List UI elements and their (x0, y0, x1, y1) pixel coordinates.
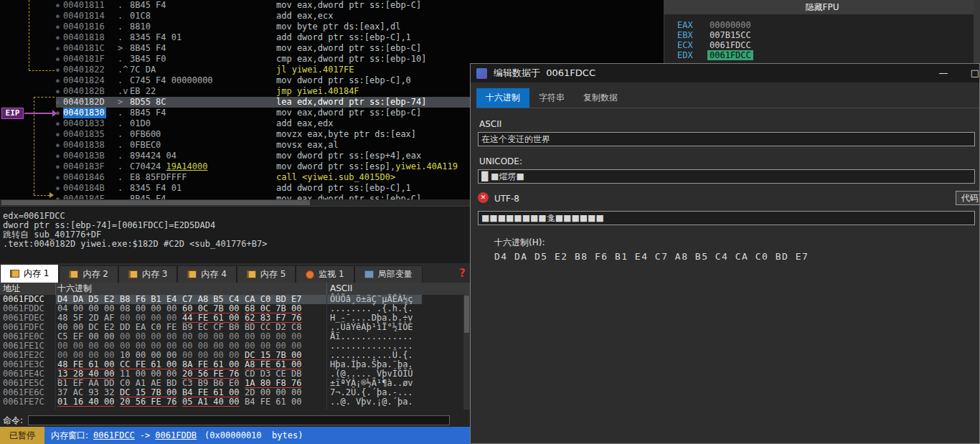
memory-icon (10, 270, 19, 278)
disasm-address: 0040184B (63, 183, 106, 194)
disasm-instruction: jmp yiwei.40184F (276, 86, 359, 97)
tab-内存-5[interactable]: 内存 5 (237, 265, 296, 283)
register-value[interactable]: 0061FDCC (707, 50, 753, 60)
scrollbar-thumb[interactable] (1, 200, 310, 205)
breakpoint-dot-icon[interactable]: ● (56, 22, 63, 32)
maximize-button[interactable]: □ (963, 64, 980, 82)
disasm-row[interactable]: ●00401818.8345 F4 01add dword ptr ss:[eb… (0, 32, 664, 43)
dump-header-hex: 十六进制 (56, 283, 327, 295)
tab-hex[interactable]: 十六进制 (476, 88, 529, 108)
disasm-bytes: 8B45 F4 (130, 108, 276, 118)
codepage-button[interactable]: 代码页 (956, 191, 980, 205)
disasm-address: 00401824 (63, 75, 106, 86)
breakpoint-dot-icon[interactable]: ● (56, 194, 63, 199)
disasm-instruction-link[interactable]: yiwei.40A119 (395, 161, 458, 171)
disasm-row[interactable]: ●00401811.8B45 F4mov eax,dword ptr ss:[e… (0, 0, 664, 11)
disasm-instruction: mov dword ptr ss:[ebp-C],0 (276, 75, 411, 86)
breakpoint-dot-icon[interactable]: ● (56, 172, 63, 183)
hide-fpu-header[interactable]: 隐藏FPU (664, 0, 980, 14)
breakpoint-dot-icon[interactable]: ● (56, 151, 63, 161)
tab-内存-2[interactable]: 内存 2 (59, 265, 118, 283)
tab-内存-3[interactable]: 内存 3 (118, 265, 177, 283)
registers-scrollbar[interactable] (974, 0, 980, 63)
register-row[interactable]: EAX00000000 (664, 20, 980, 30)
disasm-instruction: lea edx,dword ptr ss:[ebp-74] (276, 97, 427, 108)
register-row[interactable]: EDX0061FDCC (664, 50, 980, 60)
command-input[interactable] (28, 415, 450, 425)
tab-内存-1[interactable]: 内存 1 (0, 264, 59, 283)
register-row[interactable]: EBX007B15CC (664, 30, 980, 40)
breakpoint-dot-icon[interactable]: ● (56, 161, 63, 172)
disasm-row[interactable]: ●00401814.01C8add eax,ecx (0, 11, 664, 22)
unicode-label: UNICODE: (479, 156, 522, 166)
jump-line (34, 97, 34, 195)
breakpoint-dot-icon[interactable]: ● (56, 129, 63, 140)
tab-局部变量[interactable]: 局部变量 (354, 265, 423, 283)
register-name: ECX (677, 40, 707, 50)
memory-icon (187, 270, 197, 278)
disasm-address: 0040183B (63, 151, 106, 161)
status-address-from-link[interactable]: 0061FDCC (93, 430, 135, 440)
breakpoint-dot-icon[interactable]: ● (56, 32, 63, 43)
disasm-address: 0040184F (63, 194, 106, 199)
dump-byte-group[interactable]: 01 16 40 00 (57, 397, 115, 407)
disasm-instruction: cmp eax,dword ptr ss:[ebp-10] (276, 54, 427, 65)
dump-ascii[interactable]: ..@. Vþv.¡@.´þa. (327, 397, 422, 407)
breakpoint-dot-icon[interactable]: ● (56, 140, 63, 151)
disasm-bytes: C745 F4 00000000 (130, 75, 276, 86)
disasm-row[interactable]: ●0040181C>8B45 F4mov eax,dword ptr ss:[e… (0, 43, 664, 54)
dump-hex: 01 16 40 0020 56 FE 7605 A1 40 00B4 FE 6… (56, 397, 327, 407)
disasm-instruction: mov eax,dword ptr ss:[ebp-C] (276, 194, 421, 199)
disasm-row[interactable]: ●00401816.8810mov byte ptr ds:[eax],dl (0, 22, 664, 32)
register-value[interactable]: 007B15CC (707, 30, 753, 40)
dump-scrollbar[interactable] (463, 295, 470, 410)
disasm-bytes-link[interactable]: 19A14000 (166, 161, 208, 171)
breakpoint-dot-icon[interactable]: ● (56, 183, 63, 194)
tab-string[interactable]: 字符串 (529, 88, 574, 108)
minimize-button[interactable]: — (931, 64, 956, 82)
disasm-gutter (0, 118, 56, 129)
disasm-marker: > (118, 43, 130, 54)
breakpoint-dot-icon[interactable]: ● (56, 86, 63, 97)
register-row[interactable]: ECX0061FDCC (664, 40, 980, 50)
disasm-gutter (0, 22, 56, 32)
disasm-address: 00401830 (63, 108, 106, 118)
status-arrow: -> (140, 430, 150, 440)
breakpoint-dot-icon[interactable]: ● (56, 43, 63, 54)
breakpoint-dot-icon[interactable]: ● (56, 11, 63, 22)
disasm-address: 0040183F (63, 161, 106, 172)
disasm-instruction: add eax,edx (276, 118, 333, 129)
dump-byte-group[interactable]: B4 FE 61 00 (245, 397, 302, 407)
help-icon[interactable]: ? (459, 267, 466, 280)
dump-byte-group[interactable]: 05 A1 40 00 (182, 397, 240, 407)
breakpoint-dot-icon[interactable]: ● (56, 54, 63, 65)
disasm-bytes: EB 22 (130, 86, 276, 97)
unicode-input[interactable] (478, 169, 975, 184)
status-address-to-link[interactable]: 0061FDDB (155, 430, 197, 440)
hex-label: 十六进制(H): (494, 237, 545, 249)
tab-copy-data[interactable]: 复制数据 (574, 88, 627, 108)
tab-监视-1[interactable]: 监视 1 (296, 265, 354, 283)
dialog-title: 编辑数据于 0061FDCC (494, 67, 595, 80)
breakpoint-dot-icon[interactable]: ● (56, 97, 63, 108)
disasm-bytes: 8810 (130, 22, 276, 32)
disasm-marker: . (118, 161, 130, 172)
utf8-input[interactable] (478, 211, 975, 225)
ascii-input[interactable] (478, 132, 975, 146)
disasm-bytes: 894424 04 (130, 151, 276, 161)
dump-byte-group[interactable]: 20 56 FE 76 (120, 397, 177, 407)
breakpoint-dot-icon[interactable]: ● (56, 118, 63, 129)
breakpoint-dot-icon[interactable]: ● (56, 0, 63, 11)
disasm-instruction: mov eax,dword ptr ss:[ebp-C] (276, 108, 421, 118)
register-name: EDX (677, 50, 707, 60)
scrollbar-thumb[interactable] (464, 296, 469, 333)
disasm-bytes: 7C DA (130, 65, 276, 75)
disasm-marker: . (118, 22, 130, 32)
breakpoint-dot-icon[interactable]: ● (56, 65, 63, 75)
ascii-label: ASCII (479, 119, 501, 129)
breakpoint-dot-icon[interactable]: ● (56, 75, 63, 86)
register-value[interactable]: 00000000 (707, 20, 753, 30)
tab-内存-4[interactable]: 内存 4 (177, 265, 236, 283)
register-value[interactable]: 0061FDCC (707, 40, 753, 50)
disasm-marker: . (118, 11, 130, 22)
